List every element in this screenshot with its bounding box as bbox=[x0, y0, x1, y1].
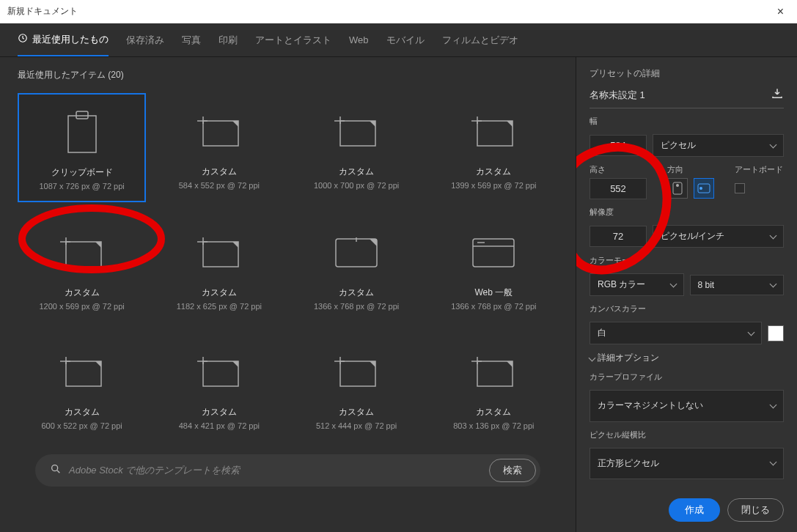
resolution-input[interactable]: 72 bbox=[590, 226, 647, 247]
preset-card[interactable]: カスタム1182 x 625 px @ 72 ppi bbox=[155, 214, 283, 322]
preset-card[interactable]: クリップボード1087 x 726 px @ 72 ppi bbox=[18, 93, 146, 202]
tab-print[interactable]: 印刷 bbox=[218, 23, 238, 56]
svg-rect-26 bbox=[203, 361, 238, 386]
svg-rect-18 bbox=[336, 239, 377, 267]
doc-icon bbox=[197, 103, 241, 161]
search-button[interactable]: 検索 bbox=[489, 459, 536, 482]
preset-card-dimensions: 1000 x 700 px @ 72 ppi bbox=[314, 181, 399, 190]
titlebar: 新規ドキュメント × bbox=[0, 0, 797, 23]
preset-card-dimensions: 797 x 532 px @ 72 ppi bbox=[39, 182, 124, 191]
advanced-toggle[interactable]: 詳細オプション bbox=[590, 352, 784, 364]
tab-label: フィルムとビデオ bbox=[442, 34, 518, 47]
svg-rect-23 bbox=[66, 361, 101, 386]
color-profile-select[interactable]: カラーマネジメントしない bbox=[590, 390, 784, 422]
svg-rect-9 bbox=[477, 121, 513, 146]
preset-card-dimensions: 584 x 552 px @ 72 ppi bbox=[179, 181, 260, 190]
browser-icon bbox=[471, 223, 515, 282]
tab-mobile[interactable]: モバイル bbox=[386, 23, 425, 56]
preset-name-input[interactable]: 名称未設定 1 bbox=[590, 89, 765, 102]
svg-point-35 bbox=[52, 465, 58, 471]
preset-card[interactable]: カスタム1366 x 768 px @ 72 ppi bbox=[293, 214, 421, 322]
svg-rect-32 bbox=[477, 361, 513, 386]
svg-rect-2 bbox=[76, 111, 88, 119]
preset-card[interactable]: カスタム1200 x 569 px @ 72 ppi bbox=[18, 214, 146, 322]
search-placeholder[interactable]: Adobe Stock で他のテンプレートを検索 bbox=[69, 464, 489, 477]
close-icon[interactable]: × bbox=[771, 5, 790, 18]
tab-web[interactable]: Web bbox=[349, 23, 369, 56]
preset-details-panel: プリセットの詳細 名称未設定 1 幅 584 ピクセル 高さ 552 bbox=[576, 57, 797, 532]
doc-icon bbox=[60, 343, 104, 402]
preset-card-dimensions: 1399 x 569 px @ 72 ppi bbox=[451, 181, 536, 190]
search-bar: Adobe Stock で他のテンプレートを検索 検索 bbox=[35, 454, 540, 487]
preset-card-dimensions: 1200 x 569 px @ 72 ppi bbox=[39, 302, 124, 311]
preset-card[interactable]: Web 一般1366 x 768 px @ 72 ppi bbox=[430, 214, 558, 322]
tab-photo[interactable]: 写真 bbox=[182, 23, 201, 56]
preset-card-title: カスタム bbox=[339, 287, 374, 299]
chevron-down-icon bbox=[748, 328, 755, 336]
svg-point-38 bbox=[676, 184, 679, 187]
tab-label: 写真 bbox=[182, 34, 201, 47]
svg-rect-29 bbox=[340, 361, 375, 386]
canvas-color-label: カンバスカラー bbox=[590, 303, 784, 314]
tab-label: 保存済み bbox=[126, 34, 164, 47]
clock-icon bbox=[18, 33, 28, 45]
preset-card-dimensions: 512 x 444 px @ 72 ppi bbox=[316, 421, 397, 430]
recents-heading: 最近使用したアイテム (20) bbox=[18, 69, 558, 81]
category-tabs: 最近使用したもの 保存済み 写真 印刷 アートとイラスト Web モバイル フィ… bbox=[0, 23, 797, 57]
resolution-unit-select[interactable]: ピクセル/インチ bbox=[653, 225, 784, 248]
preset-card-title: カスタム bbox=[202, 287, 237, 299]
tab-film[interactable]: フィルムとビデオ bbox=[442, 23, 518, 56]
tab-recent[interactable]: 最近使用したもの bbox=[18, 23, 109, 56]
canvas-color-swatch[interactable] bbox=[768, 325, 784, 341]
details-title: プリセットの詳細 bbox=[590, 67, 784, 80]
orientation-label: 方向 bbox=[667, 164, 714, 175]
tab-saved[interactable]: 保存済み bbox=[126, 23, 164, 56]
presets-panel: 最近使用したアイテム (20) クリップボード1087 x 726 px @ 7… bbox=[0, 57, 576, 532]
preset-card[interactable]: カスタム484 x 421 px @ 72 ppi bbox=[155, 333, 283, 441]
colormode-select[interactable]: RGB カラー bbox=[590, 273, 684, 296]
preset-card-dimensions: 1182 x 625 px @ 72 ppi bbox=[177, 302, 262, 311]
clipboard-icon bbox=[64, 103, 100, 162]
doc-icon bbox=[197, 223, 241, 282]
bitdepth-select[interactable]: 8 bit bbox=[690, 275, 785, 295]
width-label: 幅 bbox=[590, 116, 784, 127]
preset-card-title: カスタム bbox=[476, 166, 511, 178]
window-title: 新規ドキュメント bbox=[7, 5, 771, 18]
preset-card[interactable]: カスタム1399 x 569 px @ 72 ppi bbox=[430, 93, 558, 202]
preset-card[interactable]: カスタム1000 x 700 px @ 72 ppi bbox=[293, 93, 421, 202]
svg-point-40 bbox=[699, 187, 702, 190]
color-profile-label: カラープロファイル bbox=[590, 372, 784, 383]
doc-icon bbox=[471, 343, 515, 402]
tab-art[interactable]: アートとイラスト bbox=[255, 23, 331, 56]
preset-card[interactable]: カスタム584 x 552 px @ 72 ppi bbox=[155, 93, 283, 202]
search-icon bbox=[50, 463, 62, 478]
orientation-portrait[interactable] bbox=[667, 178, 688, 199]
chevron-down-icon bbox=[770, 280, 777, 287]
close-button[interactable]: 閉じる bbox=[727, 498, 784, 522]
create-button[interactable]: 作成 bbox=[669, 498, 720, 522]
preset-card[interactable]: カスタム512 x 444 px @ 72 ppi bbox=[293, 333, 421, 441]
preset-card[interactable]: カスタム803 x 136 px @ 72 ppi bbox=[430, 333, 558, 441]
chevron-down-icon bbox=[770, 141, 777, 148]
preset-card-title: クリップボード bbox=[51, 166, 113, 179]
preset-card-title: カスタム bbox=[202, 406, 237, 418]
bitdepth-value: 8 bit bbox=[698, 280, 715, 290]
orientation-landscape[interactable] bbox=[694, 178, 714, 199]
download-icon[interactable] bbox=[771, 87, 784, 103]
artboard-checkbox[interactable] bbox=[735, 183, 745, 193]
preset-card[interactable]: カスタム600 x 522 px @ 72 ppi bbox=[18, 333, 146, 441]
svg-rect-12 bbox=[66, 242, 101, 267]
width-unit-select[interactable]: ピクセル bbox=[653, 134, 784, 157]
doc-icon bbox=[334, 343, 378, 402]
height-input[interactable]: 552 bbox=[590, 178, 647, 199]
canvas-color-select[interactable]: 白 bbox=[590, 322, 762, 344]
width-unit-value: ピクセル bbox=[661, 139, 696, 152]
pixel-aspect-select[interactable]: 正方形ピクセル bbox=[590, 448, 784, 480]
width-input[interactable]: 584 bbox=[590, 135, 647, 156]
tab-label: 最近使用したもの bbox=[32, 33, 109, 46]
doc-icon bbox=[197, 343, 241, 402]
height-label: 高さ bbox=[590, 164, 647, 175]
svg-rect-1 bbox=[68, 116, 96, 152]
pixel-aspect-label: ピクセル縦横比 bbox=[590, 429, 784, 440]
svg-rect-6 bbox=[340, 121, 375, 146]
